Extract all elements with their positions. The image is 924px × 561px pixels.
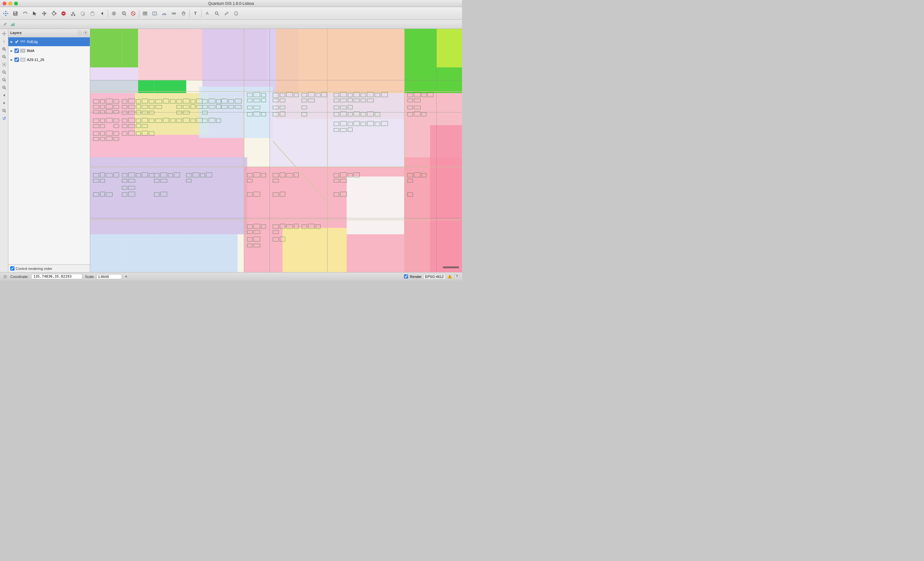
layer-name-rdedg: RdEdg xyxy=(27,40,88,44)
layer-icon-rdedg xyxy=(20,39,26,45)
label-btn[interactable]: A xyxy=(203,9,212,18)
delineate-btn[interactable] xyxy=(150,9,159,18)
scale-dropdown-btn[interactable]: ▼ xyxy=(124,275,128,278)
svg-rect-87 xyxy=(430,125,462,272)
navigate-prev-btn[interactable] xyxy=(98,9,106,18)
svg-marker-59 xyxy=(3,102,5,104)
zoom-selected-tool[interactable] xyxy=(1,69,8,76)
render-checkbox[interactable] xyxy=(404,274,408,279)
cut-btn[interactable] xyxy=(69,9,78,18)
layers-header-buttons: – ✕ xyxy=(78,30,88,35)
draw-btn[interactable] xyxy=(222,9,231,18)
zoom-layer-tool[interactable] xyxy=(1,84,8,91)
svg-point-359 xyxy=(450,278,450,278)
coord-value: 135.74830,35.02293 xyxy=(31,274,82,279)
layer-expand-a29[interactable]: ▶ xyxy=(10,58,14,62)
layers-title: Layers xyxy=(10,31,21,34)
toolbar-sep-3 xyxy=(189,10,190,17)
select-feature-btn[interactable] xyxy=(30,9,39,18)
svg-text:1:1: 1:1 xyxy=(3,110,6,111)
layer-item-rdedg[interactable]: ▶ RdEdg xyxy=(8,37,90,46)
svg-rect-68 xyxy=(90,29,138,68)
layer-expand-rdedg[interactable]: ▶ xyxy=(10,40,14,44)
query-btn[interactable] xyxy=(212,9,221,18)
svg-rect-35 xyxy=(11,25,12,26)
svg-rect-85 xyxy=(347,177,405,234)
layers-footer: Control rendering order xyxy=(8,264,90,272)
delete-btn[interactable] xyxy=(59,9,68,18)
svg-rect-84 xyxy=(283,228,347,272)
svg-rect-16 xyxy=(92,12,93,13)
histogram-btn[interactable] xyxy=(9,21,16,28)
map-svg[interactable] xyxy=(90,29,462,272)
hd-btn[interactable]: HD xyxy=(170,9,178,18)
close-button[interactable] xyxy=(3,2,6,6)
svg-line-45 xyxy=(5,57,6,58)
svg-point-33 xyxy=(215,12,218,15)
move-feature-btn[interactable] xyxy=(40,9,49,18)
next-extent-tool[interactable] xyxy=(1,99,8,106)
svg-point-18 xyxy=(113,12,115,15)
left-toolbox: i xyxy=(0,29,8,272)
zoom-out-tool[interactable] xyxy=(1,53,8,60)
text-btn[interactable]: T xyxy=(191,9,200,18)
zoom-full-tool[interactable] xyxy=(1,76,8,84)
svg-rect-25 xyxy=(143,12,147,15)
zoom-in-tool[interactable] xyxy=(1,46,8,52)
maximize-button[interactable] xyxy=(14,2,18,6)
measure-btn[interactable] xyxy=(160,9,169,18)
question-mark-icon[interactable]: ? xyxy=(454,274,459,279)
home-btn[interactable] xyxy=(179,9,188,18)
toolbar-sep-1 xyxy=(108,10,108,17)
map-area[interactable] xyxy=(90,29,462,272)
pan-tool[interactable] xyxy=(1,30,8,37)
app-title: Quantum GIS 1.8.0-Lisboa xyxy=(208,1,254,6)
save-btn[interactable] xyxy=(11,9,20,18)
svg-rect-2 xyxy=(14,14,16,15)
layer-icon-a29 xyxy=(20,57,26,63)
layers-header: Layers – ✕ xyxy=(8,29,90,37)
pan-tool-btn[interactable] xyxy=(1,9,10,18)
node-tool-btn[interactable] xyxy=(50,9,58,18)
control-rendering-label[interactable]: Control rendering order xyxy=(10,266,52,270)
zoom-region-tool[interactable] xyxy=(1,61,8,68)
prev-extent-tool[interactable] xyxy=(1,92,8,99)
main-toolbar: HD T A xyxy=(0,7,462,20)
refresh-tool[interactable]: ↺ xyxy=(1,115,8,122)
layers-minimize-btn[interactable]: – xyxy=(78,30,82,35)
svg-marker-17 xyxy=(101,12,103,15)
layer-item-blda[interactable]: ▶ BldA xyxy=(8,46,90,55)
minimize-button[interactable] xyxy=(8,2,12,6)
svg-line-24 xyxy=(132,12,134,15)
layer-expand-blda[interactable]: ▶ xyxy=(10,49,14,52)
identify-tool[interactable]: i xyxy=(1,38,8,45)
no-action-btn[interactable] xyxy=(129,9,138,18)
open-table-btn[interactable] xyxy=(141,9,150,18)
layer-check-a29[interactable] xyxy=(14,57,19,62)
statusbar-right: Render EPSG:4612 ? xyxy=(404,274,459,279)
copy-btn[interactable] xyxy=(78,9,87,18)
plugin-btn[interactable] xyxy=(232,9,241,18)
paste-btn[interactable] xyxy=(88,9,97,18)
svg-point-12 xyxy=(74,15,75,16)
render-label: Render xyxy=(410,275,422,279)
epsg-warning-icon[interactable] xyxy=(447,274,452,279)
layer-check-blda[interactable] xyxy=(14,48,19,53)
identify-btn[interactable] xyxy=(119,9,128,18)
svg-rect-83 xyxy=(90,234,238,272)
window-controls[interactable] xyxy=(3,2,18,6)
coord-label: Coordinate: xyxy=(10,275,28,279)
toggle-editing-btn[interactable] xyxy=(1,21,8,28)
layer-check-rdedg[interactable] xyxy=(14,39,19,44)
svg-point-6 xyxy=(55,13,57,14)
svg-rect-14 xyxy=(81,12,84,15)
settings-btn[interactable] xyxy=(110,9,118,18)
layers-close-btn[interactable]: ✕ xyxy=(83,30,88,35)
layer-item-a29[interactable]: ▶ A29-11_26 xyxy=(8,55,90,64)
undo-btn[interactable] xyxy=(21,9,30,18)
control-rendering-checkbox[interactable] xyxy=(10,266,14,270)
layers-panel: Layers – ✕ ▶ RdEdg ▶ xyxy=(8,29,90,272)
svg-rect-1 xyxy=(14,12,16,13)
zoom-native-tool[interactable]: 1:1 xyxy=(1,107,8,114)
statusbar: Coordinate: 135.74830,35.02293 Scale 1:8… xyxy=(0,272,462,280)
